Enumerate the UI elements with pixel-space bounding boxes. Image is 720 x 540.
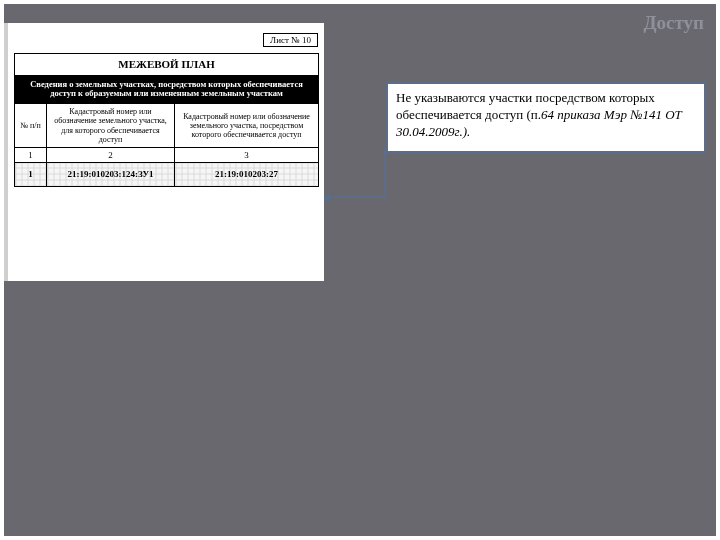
data-cell-3: 21:19:010203:27 (175, 163, 319, 186)
document-snippet: Лист № 10 МЕЖЕВОЙ ПЛАН Сведения о земель… (8, 23, 324, 281)
col-header-1: № п/п (15, 104, 47, 148)
sheet-number-label: Лист № 10 (263, 33, 318, 47)
slide-title: Доступ (643, 12, 704, 34)
data-cell-1: 1 (15, 163, 47, 186)
annotation-callout: Не указываются участки посредством котор… (386, 82, 706, 153)
connector-line (326, 148, 386, 198)
data-cell-2: 21:19:010203:124:ЗУ1 (47, 163, 175, 186)
table-row: Сведения о земельных участках, посредств… (15, 75, 319, 104)
table-title: МЕЖЕВОЙ ПЛАН (15, 54, 319, 76)
col-num-2: 2 (47, 147, 175, 162)
col-num-1: 1 (15, 147, 47, 162)
col-num-3: 3 (175, 147, 319, 162)
slide-body: Доступ Не указываются участки посредство… (4, 4, 716, 536)
table-subtitle: Сведения о земельных участках, посредств… (15, 75, 319, 104)
table-row: № п/п Кадастровый номер или обозначение … (15, 104, 319, 148)
col-header-2: Кадастровый номер или обозначение земель… (47, 104, 175, 148)
table-row: 1 21:19:010203:124:ЗУ1 21:19:010203:27 (15, 163, 319, 186)
col-header-3: Кадастровый номер или обозначение земель… (175, 104, 319, 148)
table-row: 1 2 3 (15, 147, 319, 162)
survey-plan-table: МЕЖЕВОЙ ПЛАН Сведения о земельных участк… (14, 53, 319, 187)
table-row: МЕЖЕВОЙ ПЛАН (15, 54, 319, 76)
